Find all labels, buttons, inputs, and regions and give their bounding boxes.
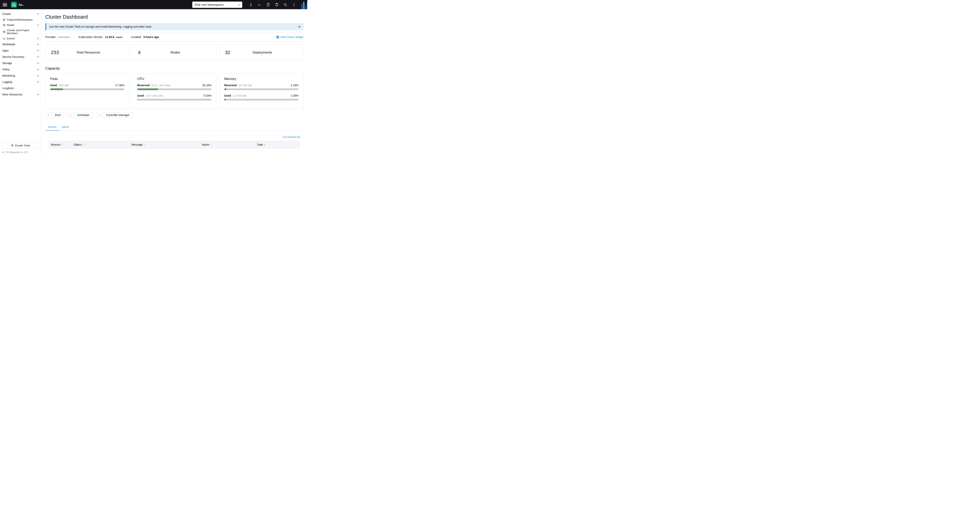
provider-link[interactable]: Harvester <box>58 35 70 38</box>
column-header-name[interactable]: Name▲▼ <box>199 141 255 148</box>
cluster-tools-label: Cluster Tools <box>15 144 30 147</box>
health-chip-etcd: ✓ Etcd <box>45 112 64 118</box>
created-value: 9 hours ago <box>143 35 159 38</box>
import-yaml-icon[interactable] <box>247 0 255 9</box>
copy-kubeconfig-icon[interactable] <box>272 0 281 9</box>
sidebar-item-longhorn[interactable]: Longhorn <box>0 85 41 91</box>
chevron-down-icon <box>37 80 39 83</box>
check-icon: ✓ <box>68 113 74 118</box>
tab-alerts[interactable]: Alerts <box>59 124 72 131</box>
sidebar: Cluster Projects/Namespaces Nodes 4 Clus… <box>0 9 41 156</box>
events-tabs: Events Alerts <box>45 124 304 131</box>
tab-events[interactable]: Events <box>45 124 59 131</box>
cluster-tools-button[interactable]: ⚙ Cluster Tools <box>2 142 39 148</box>
capacity-card-pods: Pods Used 139 / 800 17.38% <box>45 74 129 109</box>
stat-card-deployments: 32 Deployments <box>220 45 304 60</box>
chevron-down-icon <box>37 55 39 57</box>
stat-value: 4 <box>132 50 152 55</box>
folder-icon <box>3 37 5 40</box>
sidebar-group-storage[interactable]: Storage <box>0 60 41 66</box>
globe-icon <box>3 18 5 21</box>
events-tab-content: Full events list Reason▲▼ Object▲▼ Messa… <box>45 131 304 148</box>
sidebar-group-logging[interactable]: Logging <box>0 79 41 85</box>
sidebar-item-label: Cluster and Project Members <box>7 29 39 35</box>
capacity-metric-percent: 0.53% <box>204 94 212 97</box>
column-header-date[interactable]: Date▲▼ <box>255 141 300 148</box>
created-label: Created: <box>131 35 142 38</box>
stat-label: Total Resources <box>65 51 129 54</box>
sidebar-group-more-resources[interactable]: More Resources <box>0 91 41 98</box>
cpu-reserved-progress <box>137 88 212 90</box>
sidebar-group-label: Logging <box>2 80 12 83</box>
sidebar-group-monitoring[interactable]: Monitoring <box>0 73 41 79</box>
glance-row: Provider: Harvester Kubernetes Version: … <box>45 35 304 38</box>
search-icon[interactable] <box>281 0 290 9</box>
cluster-name-label: ha... <box>19 3 24 6</box>
events-table-header-row: Reason▲▼ Object▲▼ Message▲▼ Name▲▼ Date▲… <box>49 141 300 148</box>
namespace-filter-select[interactable]: Only User Namespaces <box>192 2 242 8</box>
sidebar-group-label: Storage <box>2 62 12 65</box>
sidebar-item-nodes[interactable]: Nodes 4 <box>0 22 41 28</box>
sidebar-item-cluster-project-members[interactable]: Cluster and Project Members <box>0 28 41 36</box>
stat-card-nodes: 4 Nodes <box>132 45 216 60</box>
sidebar-group-cluster[interactable]: Cluster <box>0 11 41 17</box>
capacity-title: Capacity <box>45 66 304 70</box>
sidebar-group-label: Monitoring <box>2 74 15 77</box>
capacity-metric-label: Used <box>137 94 144 97</box>
chevron-down-icon <box>37 93 39 95</box>
column-header-reason[interactable]: Reason▲▼ <box>49 141 71 148</box>
chevron-down-icon <box>37 62 39 64</box>
pods-used-progress <box>50 88 124 90</box>
chevron-down-icon <box>238 3 240 5</box>
version-label: v2.7.6 (Harvester-v1.2.0) <box>0 151 41 156</box>
capacity-metric-percent: 2.39% <box>291 94 299 97</box>
stats-row: 233 Total Resources 4 Nodes 32 Deploymen… <box>45 45 304 60</box>
close-icon[interactable]: ✕ <box>298 25 301 28</box>
main-content: Cluster Dashboard Use the new Cluster To… <box>41 9 307 156</box>
info-banner-text: Use the new Cluster Tools to manage and … <box>49 25 298 28</box>
full-events-list-link[interactable]: Full events list <box>283 135 300 138</box>
sidebar-group-label: More Resources <box>2 93 22 96</box>
divider <box>45 41 304 41</box>
sidebar-group-apps[interactable]: Apps <box>0 48 41 54</box>
chevron-down-icon <box>37 43 39 45</box>
sidebar-group-label: Service Discovery <box>2 55 24 59</box>
kubeconfig-file-icon[interactable] <box>264 0 272 9</box>
sort-icon: ▲▼ <box>210 144 212 146</box>
column-header-message[interactable]: Message▲▼ <box>129 141 199 148</box>
kebab-menu-icon[interactable] <box>290 0 298 9</box>
sort-icon: ▲▼ <box>61 144 63 146</box>
sidebar-group-policy[interactable]: Policy <box>0 66 41 73</box>
sidebar-group-cluster-label: Cluster <box>2 12 11 16</box>
stat-label: Deployments <box>239 51 303 54</box>
chevron-up-icon <box>37 13 39 15</box>
hamburger-menu-icon[interactable] <box>3 3 7 6</box>
capacity-metric-percent: 3.18% <box>291 84 299 87</box>
health-chip-label: Etcd <box>52 113 64 118</box>
add-cluster-badge-link[interactable]: Add Cluster Badge <box>276 35 304 38</box>
chevron-down-icon <box>37 68 39 70</box>
user-avatar[interactable] <box>301 1 307 9</box>
harvester-logo-icon[interactable] <box>11 2 17 8</box>
capacity-row: Pods Used 139 / 800 17.38% CPU Reserved … <box>45 74 304 109</box>
column-header-object[interactable]: Object▲▼ <box>71 141 129 148</box>
capacity-metric-percent: 28.18% <box>202 84 212 87</box>
page-title: Cluster Dashboard <box>45 14 304 20</box>
sidebar-item-events[interactable]: Events 0 <box>0 36 41 41</box>
sidebar-group-workloads[interactable]: Workloads <box>0 41 41 48</box>
sidebar-group-label: Workloads <box>2 43 15 46</box>
sidebar-item-label: Events <box>7 37 15 40</box>
globe-icon <box>3 24 5 27</box>
kubectl-shell-icon[interactable] <box>255 0 264 9</box>
namespace-filter-value: Only User Namespaces <box>195 3 224 6</box>
sidebar-item-count: 0 <box>37 37 39 40</box>
sidebar-group-service-discovery[interactable]: Service Discovery <box>0 54 41 60</box>
sidebar-item-projects-namespaces[interactable]: Projects/Namespaces <box>0 17 41 22</box>
chevron-down-icon <box>37 49 39 51</box>
sort-icon: ▲▼ <box>264 144 266 146</box>
top-bar: ha... Only User Namespaces <box>0 0 307 9</box>
capacity-metric-detail: 139 / 800 <box>59 84 69 87</box>
info-banner: Use the new Cluster Tools to manage and … <box>45 23 304 30</box>
sidebar-group-label: Policy <box>2 68 10 71</box>
health-chips: ✓ Etcd ✓ Scheduler ✓ Controller Manager <box>45 112 304 118</box>
